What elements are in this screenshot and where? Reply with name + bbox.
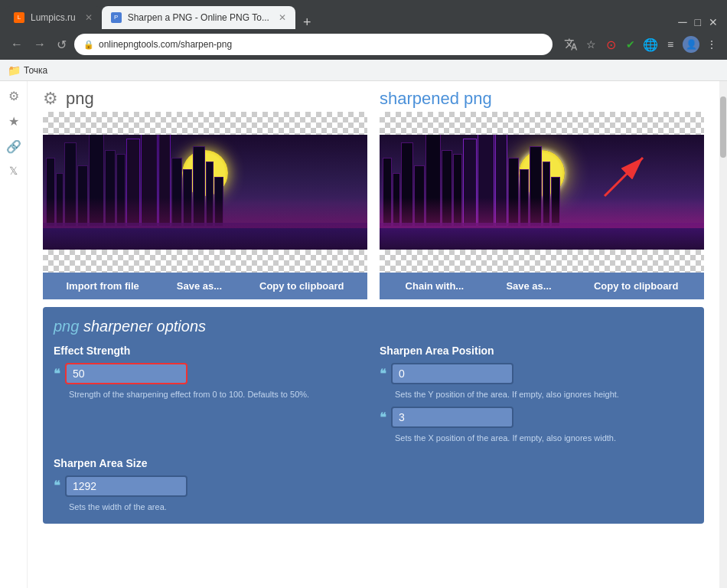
- options-title: png sharpener options: [54, 318, 693, 335]
- width-input-row: ❝: [54, 475, 367, 497]
- effect-strength-input[interactable]: [65, 363, 187, 384]
- images-row: ⚙ png: [43, 89, 704, 299]
- x-position-input-row: ❝: [380, 407, 693, 428]
- url-text: onlinepngtools.com/sharpen-png: [99, 39, 543, 50]
- menu-icon[interactable]: ≡: [663, 37, 678, 52]
- tab-lumpics-close[interactable]: ✕: [85, 12, 93, 23]
- copy-to-clipboard-left-button[interactable]: Copy to clipboard: [259, 280, 344, 292]
- save-as-left-button[interactable]: Save as...: [177, 280, 222, 292]
- check-icon[interactable]: ✔: [623, 37, 638, 52]
- tab-bar: L Lumpics.ru ✕ P Sharpen a PNG - Online …: [0, 0, 727, 29]
- avatar-icon[interactable]: 👤: [683, 36, 699, 53]
- star-icon[interactable]: ☆: [583, 37, 598, 52]
- y-position-desc: Sets the Y position of the area. If empt…: [395, 389, 693, 400]
- options-section: png sharpener options Effect Strength ❝ …: [43, 307, 704, 524]
- sharpened-box: sharpened png: [380, 89, 704, 299]
- width-desc: Sets the width of the area.: [69, 501, 367, 513]
- sharpen-area-position-group: Sharpen Area Position ❝ Sets the Y posit…: [380, 345, 693, 445]
- effect-strength-desc: Strength of the sharpening effect from 0…: [69, 389, 367, 400]
- scrollbar[interactable]: [719, 81, 727, 588]
- reload-button[interactable]: ↺: [54, 34, 70, 55]
- minimize-button[interactable]: ─: [678, 15, 686, 29]
- maximize-button[interactable]: □: [695, 16, 701, 28]
- effect-strength-input-row: ❝: [54, 363, 367, 384]
- lumpics-favicon: L: [14, 12, 24, 23]
- page: ⚙ ★ 🔗 𝕏 ⚙ png: [0, 81, 727, 588]
- tab-sharpen-label: Sharpen a PNG - Online PNG To...: [128, 12, 269, 23]
- width-quote-icon: ❝: [54, 479, 60, 493]
- lock-icon: 🔒: [83, 40, 94, 50]
- y-position-input-row: ❝: [380, 363, 693, 384]
- more-icon[interactable]: ⋮: [704, 37, 719, 52]
- sharpen-area-size-group: Sharpen Area Size ❝ Sets the width of th…: [54, 457, 367, 513]
- png-cityscape: [43, 135, 367, 250]
- png-title: png: [66, 89, 94, 109]
- import-from-file-button[interactable]: Import from file: [66, 280, 139, 292]
- sidebar-star-icon[interactable]: ★: [8, 114, 19, 129]
- folder-icon: 📁: [8, 64, 21, 77]
- sharpen-area-size-label: Sharpen Area Size: [54, 457, 367, 469]
- y-quote-icon: ❝: [380, 367, 386, 381]
- toolbar-icons: ☆ ⊙ ✔ 🌐 ≡ 👤 ⋮: [563, 36, 719, 53]
- png-bottom-checker: [43, 250, 367, 273]
- scrollbar-thumb[interactable]: [720, 96, 726, 158]
- tab-lumpics-label: Lumpics.ru: [31, 12, 76, 23]
- bookmark-bar: 📁 Точка: [0, 60, 727, 81]
- chain-with-button[interactable]: Chain with...: [406, 280, 465, 292]
- bookmark-folder[interactable]: 📁 Точка: [8, 64, 47, 77]
- url-box[interactable]: 🔒 onlinepngtools.com/sharpen-png: [74, 34, 553, 55]
- png-input-box: ⚙ png: [43, 89, 367, 299]
- sidebar-gear-icon[interactable]: ⚙: [8, 89, 19, 103]
- copy-to-clipboard-right-button[interactable]: Copy to clipboard: [594, 280, 679, 292]
- back-button[interactable]: ←: [8, 34, 26, 54]
- sharpen-favicon: P: [111, 12, 122, 23]
- options-title-suffix: sharpener options: [83, 318, 206, 335]
- save-as-right-button[interactable]: Save as...: [506, 280, 551, 292]
- svg-line-1: [605, 158, 643, 196]
- globe-icon[interactable]: 🌐: [643, 37, 658, 52]
- effect-strength-label: Effect Strength: [54, 345, 367, 357]
- sidebar-twitter-icon[interactable]: 𝕏: [9, 165, 18, 177]
- sharpened-top-checker: [380, 112, 704, 135]
- city-lights: [43, 198, 367, 228]
- png-gear-icon: ⚙: [43, 89, 58, 109]
- tab-lumpics[interactable]: L Lumpics.ru ✕: [5, 6, 102, 29]
- effect-strength-quote-icon: ❝: [54, 367, 60, 381]
- sharpened-tools: Chain with... Save as... Copy to clipboa…: [380, 273, 704, 299]
- opera-icon[interactable]: ⊙: [603, 37, 618, 52]
- tab-sharpen[interactable]: P Sharpen a PNG - Online PNG To... ✕: [102, 6, 295, 29]
- sharpened-cityscape: [380, 135, 704, 250]
- arrow-annotation: [597, 142, 658, 207]
- sharpened-bottom-checker: [380, 250, 704, 273]
- tab-sharpen-close[interactable]: ✕: [279, 12, 286, 23]
- translate-icon[interactable]: [563, 37, 579, 52]
- options-grid: Effect Strength ❝ Strength of the sharpe…: [54, 345, 693, 513]
- sharpen-area-position-label: Sharpen Area Position: [380, 345, 693, 357]
- png-tools: Import from file Save as... Copy to clip…: [43, 273, 367, 299]
- main-content: ⚙ png: [28, 81, 719, 588]
- bookmark-label: Точка: [24, 65, 47, 76]
- browser-frame: L Lumpics.ru ✕ P Sharpen a PNG - Online …: [0, 0, 727, 81]
- png-header: ⚙ png: [43, 89, 367, 109]
- width-input[interactable]: [65, 475, 187, 497]
- options-title-prefix: png: [54, 318, 79, 335]
- address-bar: ← → ↺ 🔒 onlinepngtools.com/sharpen-png ☆…: [0, 29, 727, 60]
- sidebar: ⚙ ★ 🔗 𝕏: [0, 81, 28, 588]
- x-position-desc: Sets the X position of the area. If empt…: [395, 433, 693, 444]
- new-tab-button[interactable]: +: [295, 15, 319, 29]
- x-quote-icon: ❝: [380, 410, 386, 425]
- x-position-input[interactable]: [391, 407, 513, 428]
- sidebar-link-icon[interactable]: 🔗: [6, 139, 21, 154]
- forward-button[interactable]: →: [31, 34, 49, 54]
- close-window-button[interactable]: ✕: [709, 16, 718, 28]
- effect-strength-group: Effect Strength ❝ Strength of the sharpe…: [54, 345, 367, 445]
- sharpened-header: sharpened png: [380, 89, 704, 109]
- sharpened-title: sharpened png: [380, 89, 492, 109]
- y-position-input[interactable]: [391, 363, 513, 384]
- png-top-checker: [43, 112, 367, 135]
